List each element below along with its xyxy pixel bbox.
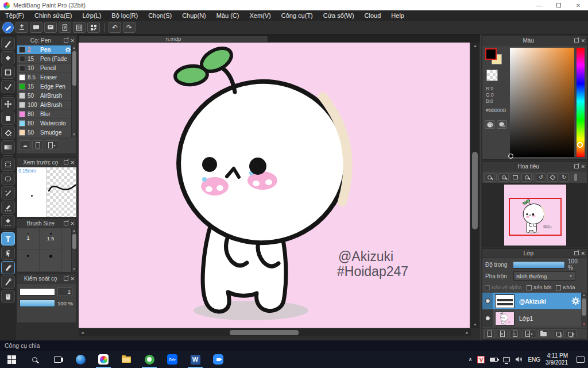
add-folder-button[interactable] [538, 329, 549, 338]
zoom-spin-button[interactable] [484, 173, 494, 182]
bucket-tool[interactable] [1, 126, 15, 139]
move-tool[interactable] [1, 97, 15, 110]
scroll-up-icon[interactable]: ▲ [581, 293, 587, 298]
brush-size-scrollbar[interactable]: ▲▼ [71, 228, 76, 272]
brush-add-button[interactable] [32, 140, 43, 150]
nav-slider-thumb[interactable] [574, 174, 577, 181]
taskbar-explorer[interactable] [115, 351, 138, 368]
menu-filter[interactable]: Bộ lọc(R) [106, 10, 143, 21]
taskbar-zalo[interactable]: Zalo [161, 351, 184, 368]
start-button[interactable] [0, 351, 23, 368]
material-pen-tool[interactable] [1, 275, 15, 289]
popout-icon[interactable] [574, 251, 579, 255]
minimize-button[interactable]: — [529, 0, 549, 10]
hue-slider[interactable] [577, 48, 585, 157]
brush-settings-gear-icon[interactable] [65, 47, 71, 53]
popout-icon[interactable] [574, 39, 579, 43]
hand-tool[interactable] [1, 290, 15, 303]
layer-list-scrollbar[interactable]: ▲ ▼ [581, 293, 587, 327]
menu-window[interactable]: Cửa sổ(W) [318, 10, 359, 21]
rotate-ccw-button[interactable]: ↺ [536, 173, 546, 182]
zoom-out-button[interactable]: − [521, 173, 532, 182]
grid-edit-button[interactable] [87, 22, 100, 33]
foreground-color-swatch[interactable] [485, 48, 497, 60]
scroll-right-icon[interactable]: ► [465, 331, 469, 335]
close-icon[interactable]: ✕ [70, 221, 75, 227]
add-special-layer-button[interactable]: +▾ [522, 329, 536, 338]
action-center-icon[interactable] [577, 356, 585, 363]
size-cell[interactable] [40, 250, 62, 272]
popout-icon[interactable] [574, 164, 579, 168]
brush-row[interactable]: 15Pen (Fade [17, 55, 72, 64]
taskbar-edge[interactable] [69, 351, 92, 368]
size-cell[interactable]: 1.5 [40, 228, 62, 250]
brush-width-slider[interactable] [20, 288, 55, 296]
document-button[interactable] [59, 22, 71, 33]
saturation-value-picker[interactable] [510, 48, 574, 157]
close-icon[interactable]: ✕ [70, 38, 75, 44]
comment-button[interactable] [44, 22, 57, 33]
undo-button[interactable]: ↶ [109, 22, 121, 33]
battery-icon[interactable] [490, 358, 498, 362]
popout-icon[interactable] [64, 277, 68, 281]
brush-cloud-download-button[interactable]: ☁ [20, 140, 30, 150]
brush-opacity-slider[interactable] [20, 300, 55, 307]
palette-button[interactable] [485, 120, 495, 129]
gradient-tool[interactable] [1, 140, 15, 154]
figure-tool[interactable] [1, 66, 15, 79]
popout-icon[interactable] [64, 221, 68, 225]
close-button[interactable]: ✕ [568, 0, 588, 10]
menu-tools[interactable]: Công cụ(T) [276, 10, 318, 21]
tray-expand-icon[interactable]: ∧ [469, 356, 473, 362]
duplicate-layer-button[interactable] [553, 329, 564, 338]
select-pen-tool[interactable] [1, 201, 15, 214]
language-indicator[interactable]: ENG [528, 356, 540, 363]
polyline-tool[interactable] [1, 80, 15, 93]
scroll-up-icon[interactable]: ▲ [72, 45, 76, 51]
menu-snap[interactable]: Chụp(N) [177, 10, 211, 21]
scroll-down-icon[interactable]: ▼ [72, 267, 76, 272]
clock[interactable]: 4:11 PM 3/9/2021 [546, 352, 568, 367]
brush-row[interactable]: 50AirBrush [17, 91, 72, 101]
canvas-horizontal-scrollbar[interactable]: ◄ ► [79, 329, 471, 336]
task-view-button[interactable] [46, 351, 69, 368]
publish-button[interactable] [16, 22, 28, 33]
close-icon[interactable]: ✕ [581, 251, 585, 256]
volume-icon[interactable] [515, 356, 523, 363]
eraser-tool[interactable] [1, 51, 15, 64]
restore-button[interactable] [549, 0, 568, 10]
layer-row[interactable]: @Akizuki [482, 293, 582, 310]
viewport-rectangle[interactable] [509, 198, 562, 236]
network-icon[interactable] [503, 357, 510, 362]
brush-row[interactable]: 15Edge Pen [17, 82, 72, 91]
taskbar-zoom-app[interactable] [207, 351, 230, 368]
add-8bit-layer-button[interactable]: 8 [497, 329, 508, 338]
brush-list-scrollbar[interactable]: ▲▼ [71, 45, 76, 137]
redo-button[interactable]: ↷ [123, 22, 136, 33]
form-button[interactable] [73, 22, 86, 33]
brush-add-image-button[interactable]: ▾ [45, 140, 59, 150]
scroll-down-icon[interactable]: ▼ [581, 322, 587, 327]
brush-row[interactable]: 10Pencil [17, 64, 72, 73]
menu-color[interactable]: Màu (C) [211, 10, 245, 21]
brush-row[interactable]: 80Watercolo [17, 119, 72, 128]
select-eraser-tool[interactable] [1, 215, 15, 228]
close-icon[interactable]: ✕ [70, 276, 75, 282]
reset-rotation-button[interactable] [547, 173, 558, 182]
menu-select[interactable]: Chọn(S) [143, 10, 177, 21]
brush-row[interactable]: 100AirBrush [17, 101, 72, 110]
size-cell[interactable]: 1 [17, 228, 40, 250]
brush-mode-button[interactable] [2, 22, 14, 33]
add-1bit-layer-button[interactable]: 1 [509, 329, 520, 338]
popout-icon[interactable] [64, 39, 68, 43]
operation-tool[interactable] [1, 247, 15, 260]
navigator-thumbnail[interactable] [504, 185, 566, 246]
scroll-down-icon[interactable]: ▼ [72, 132, 76, 137]
brush-row[interactable]: 2 Pen [17, 45, 72, 55]
vietkey-icon[interactable]: V [477, 356, 485, 363]
menu-cloud[interactable]: Cloud [359, 10, 386, 21]
scroll-down-icon[interactable]: ▼ [473, 323, 477, 327]
menu-edit[interactable]: Chỉnh sửa(E) [29, 10, 77, 21]
fit-screen-button[interactable] [510, 173, 520, 182]
lasso-tool[interactable] [1, 172, 15, 185]
